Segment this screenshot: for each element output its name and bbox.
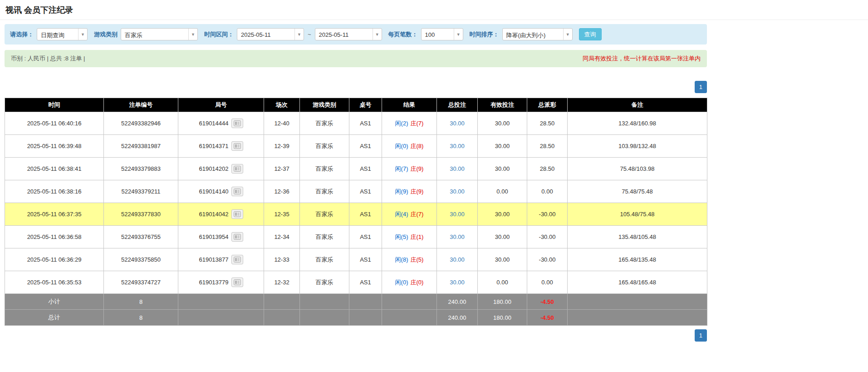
total-bet-link[interactable]: 30.00 — [450, 143, 465, 149]
round-id-value: 619013877 — [199, 256, 228, 263]
table-no-cell: AS1 — [349, 158, 382, 180]
round-id-cell: 619014202 — [178, 158, 264, 180]
replay-icon[interactable] — [231, 232, 243, 242]
round-id-cell: 619014444 — [178, 112, 264, 135]
round-id-value: 619014140 — [199, 188, 228, 195]
round-id-value: 619014202 — [199, 165, 228, 172]
valid-bet-cell: 30.00 — [478, 158, 527, 180]
banker-result: 庄(7) — [411, 120, 424, 127]
notice-text: 同局有效投注，统一计算在该局第一张注单内 — [583, 55, 701, 63]
tilde-separator: ~ — [308, 31, 311, 38]
total-bet-link[interactable]: 30.00 — [450, 165, 465, 172]
player-result: 闲(0) — [395, 279, 408, 286]
player-result: 闲(8) — [395, 256, 408, 263]
pagination-bottom: 1 — [5, 329, 707, 351]
total-bet-cell: 30.00 — [437, 135, 478, 158]
query-type-label: 请选择： — [10, 30, 34, 39]
bet-id-cell: 522493375850 — [104, 248, 178, 271]
total-bet-link[interactable]: 30.00 — [450, 279, 465, 286]
result-cell: 闲(0)庄(8) — [382, 135, 437, 158]
total-bet-cell: 30.00 — [437, 158, 478, 180]
search-button[interactable]: 查询 — [579, 28, 602, 40]
session-cell: 12-34 — [264, 226, 300, 248]
col-header-bet-id: 注单编号 — [104, 98, 178, 112]
total-bet-cell: 30.00 — [437, 180, 478, 203]
player-result: 闲(5) — [395, 233, 408, 240]
page-button-1[interactable]: 1 — [695, 329, 707, 342]
result-cell: 闲(2)庄(7) — [382, 112, 437, 135]
player-result: 闲(2) — [395, 120, 408, 127]
sort-value: 降幂(由大到小) — [503, 29, 563, 40]
payout-cell: -30.00 — [527, 226, 568, 248]
col-header-time: 时间 — [5, 98, 104, 112]
subtotal-label: 小计 — [5, 294, 104, 310]
valid-bet-cell: 30.00 — [478, 112, 527, 135]
total-bet-link[interactable]: 30.00 — [450, 233, 465, 240]
col-header-session: 场次 — [264, 98, 300, 112]
date-to-dropdown[interactable]: 2025-05-11 ▼ — [315, 28, 382, 40]
banker-result: 庄(9) — [411, 188, 424, 195]
page-button-1[interactable]: 1 — [695, 81, 707, 93]
result-cell: 闲(0)庄(0) — [382, 271, 437, 294]
time-cell: 2025-05-11 06:37:35 — [5, 203, 104, 226]
payout-cell: -30.00 — [527, 203, 568, 226]
game-type-dropdown[interactable]: 百家乐 ▼ — [121, 28, 198, 40]
total-bet-cell: 30.00 — [437, 271, 478, 294]
bet-id-cell: 522493381987 — [104, 135, 178, 158]
round-id-value: 619013779 — [199, 279, 228, 286]
payout-cell: 28.50 — [527, 158, 568, 180]
date-to-value: 2025-05-11 — [315, 29, 373, 40]
sort-dropdown[interactable]: 降幂(由大到小) ▼ — [502, 28, 573, 40]
replay-icon[interactable] — [231, 255, 243, 264]
replay-icon[interactable] — [231, 141, 243, 151]
banker-result: 庄(1) — [411, 233, 424, 240]
game-type-cell: 百家乐 — [300, 135, 349, 158]
table-body: 2025-05-11 06:40:16 522493382946 6190144… — [5, 112, 707, 294]
round-id-value: 619014444 — [199, 120, 228, 127]
table-row: 2025-05-11 06:38:41 522493379883 6190142… — [5, 158, 707, 180]
game-type-cell: 百家乐 — [300, 271, 349, 294]
grand-total-valid-bet: 180.00 — [478, 310, 527, 326]
total-bet-link[interactable]: 30.00 — [450, 188, 465, 195]
time-cell: 2025-05-11 06:36:58 — [5, 226, 104, 248]
bet-id-cell: 522493376755 — [104, 226, 178, 248]
valid-bet-cell: 0.00 — [478, 180, 527, 203]
payout-cell: 0.00 — [527, 180, 568, 203]
valid-bet-cell: 30.00 — [478, 135, 527, 158]
note-cell: 165.48/165.48 — [568, 271, 707, 294]
sort-group: 时间排序： 降幂(由大到小) ▼ — [470, 28, 573, 40]
time-range-group: 时间区间： 2025-05-11 ▼ ~ 2025-05-11 ▼ — [204, 28, 382, 40]
total-bet-cell: 30.00 — [437, 112, 478, 135]
replay-icon[interactable] — [231, 278, 243, 287]
page-size-dropdown[interactable]: 100 ▼ — [421, 28, 463, 40]
grand-total-row: 总计 8 240.00 180.00 -4.50 — [5, 310, 707, 326]
bet-id-cell: 522493374727 — [104, 271, 178, 294]
total-bet-link[interactable]: 30.00 — [450, 256, 465, 263]
round-id-cell: 619014140 — [178, 180, 264, 203]
table-no-cell: AS1 — [349, 135, 382, 158]
replay-icon[interactable] — [231, 119, 243, 128]
round-id-cell: 619014371 — [178, 135, 264, 158]
note-cell: 75.48/103.98 — [568, 158, 707, 180]
replay-icon[interactable] — [231, 209, 243, 219]
chevron-down-icon: ▼ — [563, 29, 572, 40]
result-cell: 闲(9)庄(9) — [382, 180, 437, 203]
replay-icon[interactable] — [231, 187, 243, 196]
date-from-dropdown[interactable]: 2025-05-11 ▼ — [237, 28, 304, 40]
table-row: 2025-05-11 06:36:29 522493375850 6190138… — [5, 248, 707, 271]
chevron-down-icon: ▼ — [78, 29, 87, 40]
grand-total-payout: -4.50 — [527, 310, 568, 326]
result-cell: 闲(4)庄(7) — [382, 203, 437, 226]
replay-icon[interactable] — [231, 164, 243, 174]
total-bet-link[interactable]: 30.00 — [450, 120, 465, 127]
result-cell: 闲(8)庄(5) — [382, 248, 437, 271]
note-cell: 103.98/132.48 — [568, 135, 707, 158]
chevron-down-icon: ▼ — [454, 29, 463, 40]
col-header-game-type: 游戏类别 — [300, 98, 349, 112]
total-bet-link[interactable]: 30.00 — [450, 211, 465, 218]
total-bet-cell: 30.00 — [437, 203, 478, 226]
page-size-label: 每页笔数： — [388, 30, 418, 39]
query-type-group: 请选择： 日期查询 ▼ — [10, 28, 88, 40]
query-type-dropdown[interactable]: 日期查询 ▼ — [37, 28, 88, 40]
game-type-cell: 百家乐 — [300, 226, 349, 248]
